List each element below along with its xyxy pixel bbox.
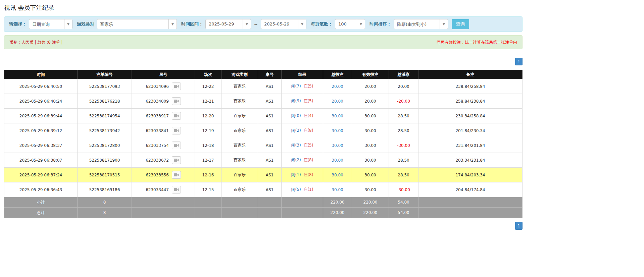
- subtotal-valid-bet: 220.00: [352, 197, 389, 208]
- result-player: 闲(2): [291, 158, 301, 162]
- game-type-label: 游戏类别: [77, 21, 94, 27]
- result-banker: 庄(5): [303, 143, 313, 148]
- cell-bet-id: 522538169186: [78, 182, 132, 197]
- chevron-down-icon[interactable]: ▼: [64, 19, 72, 29]
- cell-remark: 203.34/231.84: [418, 153, 523, 168]
- round-video-button[interactable]: [172, 142, 181, 149]
- cell-bet-id: 522538176218: [78, 94, 132, 109]
- total-bet-link[interactable]: 30.00: [332, 173, 343, 177]
- table-row: 2025-05-29 06:39:44 522538174954 6230339…: [4, 109, 523, 123]
- result-banker: 庄(1): [303, 187, 313, 192]
- round-video-button[interactable]: [172, 186, 181, 193]
- round-id-text: 623034096: [146, 84, 169, 89]
- total-label: 总计: [4, 208, 78, 218]
- sort-order-label: 时间排序：: [369, 21, 391, 27]
- total-bet-link[interactable]: 30.00: [332, 158, 343, 163]
- result-banker: 庄(8): [303, 172, 313, 177]
- bet-records-table: 时间 注单编号 局号 场次 游戏类别 桌号 结果 总投注 有效投注 总派彩 备注…: [4, 70, 523, 218]
- col-round-id: 局号: [132, 70, 195, 79]
- cell-bet-id: 522538172800: [78, 138, 132, 153]
- cell-result: 闲(2) 庄(8): [282, 123, 323, 138]
- col-result: 结果: [282, 70, 323, 79]
- cell-remark: 201.84/230.34: [418, 123, 523, 138]
- video-camera-icon: [174, 158, 179, 162]
- cell-round-id: 623033556: [132, 168, 195, 182]
- round-video-button[interactable]: [172, 156, 181, 164]
- cell-time: 2025-05-29 06:39:12: [4, 123, 78, 138]
- total-bet-link[interactable]: 30.00: [332, 128, 343, 133]
- cell-result: 闲(9) 庄(5): [282, 94, 323, 109]
- col-game-type: 游戏类别: [221, 70, 258, 79]
- cell-table-no: AS1: [258, 109, 282, 123]
- total-bet-link[interactable]: 20.00: [332, 84, 343, 89]
- table-row: 2025-05-29 06:36:43 522538169186 6230334…: [4, 182, 523, 197]
- total-bet-link[interactable]: 20.00: [332, 99, 343, 104]
- total-count: 8: [78, 208, 132, 218]
- query-type-dropdown[interactable]: 日期查询 ▼: [29, 19, 72, 29]
- round-video-button[interactable]: [172, 127, 181, 134]
- result-player: 闲(5): [291, 187, 301, 192]
- cell-game-type: 百家乐: [221, 168, 258, 182]
- round-id-text: 623034009: [146, 99, 169, 104]
- cell-bet-id: 522538177093: [78, 79, 132, 94]
- cell-game-type: 百家乐: [221, 123, 258, 138]
- cell-time: 2025-05-29 06:39:44: [4, 109, 78, 123]
- result-banker: 庄(5): [303, 99, 313, 103]
- chevron-down-icon[interactable]: ▼: [357, 19, 365, 29]
- cell-bet-id: 522538170515: [78, 168, 132, 182]
- cell-session: 12-17: [195, 153, 221, 168]
- page-size-dropdown[interactable]: 100 ▼: [335, 19, 365, 29]
- cell-total-bet: 30.00: [323, 182, 352, 197]
- cell-bet-id: 522538171900: [78, 153, 132, 168]
- chevron-down-icon[interactable]: ▼: [440, 19, 448, 29]
- cell-time: 2025-05-29 06:36:43: [4, 182, 78, 197]
- cell-table-no: AS1: [258, 138, 282, 153]
- date-to-value: 2025-05-29: [261, 19, 298, 29]
- page-button-1[interactable]: 1: [515, 222, 523, 230]
- date-from-dropdown[interactable]: 2025-05-29 ▼: [205, 19, 251, 29]
- table-row: 2025-05-29 06:40:50 522538177093 6230340…: [4, 79, 523, 94]
- cell-remark: 204.84/174.84: [418, 182, 523, 197]
- round-video-button[interactable]: [172, 171, 181, 179]
- total-total-bet: 220.00: [323, 208, 352, 218]
- cell-result: 闲(1) 庄(8): [282, 168, 323, 182]
- currency-total-text: 币别 : 人民币 | 总共 :8 注单 |: [9, 40, 63, 45]
- video-camera-icon: [174, 173, 179, 177]
- cell-payout: -20.00: [389, 94, 418, 109]
- cell-valid-bet: 30.00: [352, 182, 389, 197]
- cell-valid-bet: 30.00: [352, 123, 389, 138]
- cell-remark: 238.84/258.84: [418, 79, 523, 94]
- col-remark: 备注: [418, 70, 523, 79]
- cell-valid-bet: 20.00: [352, 79, 389, 94]
- video-camera-icon: [174, 188, 179, 191]
- chevron-down-icon[interactable]: ▼: [298, 19, 306, 29]
- col-valid-bet: 有效投注: [352, 70, 389, 79]
- summary-bar: 币别 : 人民币 | 总共 :8 注单 | 同局有效投注，统一计算在该局第一张注…: [4, 35, 523, 49]
- cell-payout: -30.00: [389, 182, 418, 197]
- col-table-no: 桌号: [258, 70, 282, 79]
- col-payout: 总派彩: [389, 70, 418, 79]
- cell-payout: 28.50: [389, 168, 418, 182]
- cell-payout: 20.00: [389, 79, 418, 94]
- cell-total-bet: 30.00: [323, 153, 352, 168]
- cell-bet-id: 522538174954: [78, 109, 132, 123]
- sort-order-dropdown[interactable]: 降幂(由大到小) ▼: [394, 19, 448, 29]
- round-video-button[interactable]: [172, 112, 181, 120]
- round-video-button[interactable]: [172, 97, 181, 105]
- video-camera-icon: [174, 114, 179, 118]
- cell-time: 2025-05-29 06:38:07: [4, 153, 78, 168]
- date-to-dropdown[interactable]: 2025-05-29 ▼: [261, 19, 306, 29]
- page-button-1[interactable]: 1: [515, 58, 523, 65]
- total-bet-link[interactable]: 30.00: [332, 114, 343, 118]
- chevron-down-icon[interactable]: ▼: [168, 19, 177, 29]
- search-button[interactable]: 查询: [452, 19, 469, 29]
- cell-result: 闲(0) 庄(4): [282, 109, 323, 123]
- total-bet-link[interactable]: 30.00: [332, 187, 343, 192]
- game-type-dropdown[interactable]: 百家乐 ▼: [97, 19, 177, 29]
- total-bet-link[interactable]: 30.00: [332, 143, 343, 148]
- cell-valid-bet: 20.00: [352, 94, 389, 109]
- round-video-button[interactable]: [172, 82, 181, 90]
- col-total-bet: 总投注: [323, 70, 352, 79]
- page-title: 视讯 会员下注纪录: [4, 0, 523, 16]
- chevron-down-icon[interactable]: ▼: [243, 19, 251, 29]
